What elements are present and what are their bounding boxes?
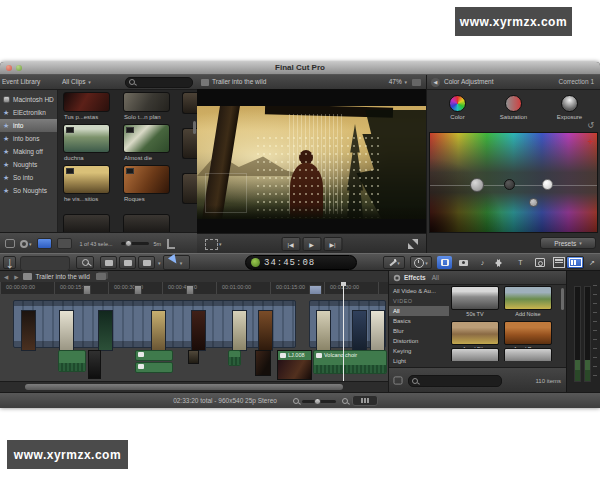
primary-storyline-continued[interactable] [309, 300, 386, 348]
audio-clip[interactable] [228, 350, 241, 366]
photos-browser-button[interactable] [456, 256, 471, 269]
browser-action-menu[interactable]: ▾ [20, 238, 32, 249]
library-item[interactable]: into bons [0, 132, 57, 145]
effects-browser-button[interactable] [437, 256, 452, 269]
themes-browser-button[interactable] [551, 256, 566, 269]
effect-thumbnail[interactable] [504, 348, 552, 361]
library-item[interactable]: So Noughts [0, 184, 57, 197]
effects-category[interactable]: All Video & Au... [389, 286, 449, 296]
clip-thumbnail[interactable] [63, 214, 110, 233]
effect-thumbnail[interactable] [451, 321, 499, 345]
color-board-tab[interactable]: Exposure [547, 91, 593, 123]
effect-item[interactable]: Add Noise [504, 286, 552, 317]
clip-item[interactable]: Tus p...estas [63, 92, 110, 120]
select-tool-button[interactable]: ▾ [163, 255, 190, 270]
filmstrip-view-button[interactable] [37, 238, 52, 249]
effects-category[interactable]: All [389, 306, 449, 316]
transitions-browser-button[interactable] [494, 256, 509, 269]
primary-storyline[interactable] [13, 300, 296, 348]
timeline-zoom-slider[interactable] [302, 400, 336, 403]
correction-menu[interactable]: Correction 1 [559, 75, 594, 89]
clip-item[interactable]: Roques [123, 165, 170, 202]
back-icon[interactable]: ◀ [431, 78, 440, 87]
zoom-out-icon[interactable] [293, 398, 299, 404]
library-item[interactable]: Making off [0, 145, 57, 158]
event-library-toggle-button[interactable] [5, 238, 15, 249]
audio-clip[interactable] [135, 350, 173, 361]
clip-item[interactable]: Solo t...n plan [123, 92, 170, 120]
clip-duration-slider[interactable] [121, 242, 149, 245]
import-button[interactable]: ↓ [3, 256, 16, 269]
clip-thumbnail[interactable] [123, 92, 170, 112]
color-board-tab[interactable]: Saturation [491, 91, 537, 123]
connected-clip-with-label[interactable]: LJ.008 [277, 350, 312, 380]
timeline-scrollbar[interactable] [0, 381, 388, 392]
gear-icon[interactable] [394, 274, 400, 280]
chevron-down-icon[interactable]: ▾ [219, 241, 222, 247]
presets-button[interactable]: Presets ▾ [540, 237, 596, 249]
viewer-zoom-menu[interactable]: 47% ▾ [389, 75, 407, 89]
effects-search-input[interactable] [408, 375, 502, 387]
effect-item[interactable]: 50s TV [451, 286, 499, 317]
clip-thumbnail[interactable] [182, 173, 197, 204]
clip-filter-menu[interactable]: All Clips ▾ [58, 75, 91, 89]
close-window-button[interactable] [6, 65, 12, 71]
effect-thumbnail[interactable] [504, 321, 552, 345]
midtones-puck[interactable] [529, 198, 538, 207]
list-view-button[interactable] [57, 238, 72, 249]
clip-thumbnail[interactable] [63, 92, 110, 112]
next-frame-button[interactable]: ▶| [323, 237, 342, 251]
effect-thumbnail[interactable] [451, 348, 499, 361]
titles-browser-button[interactable]: T [513, 256, 528, 269]
library-item[interactable]: Macintosh HD [0, 93, 57, 106]
clip-thumbnail[interactable] [63, 124, 110, 153]
effects-category[interactable]: Blur [389, 326, 449, 336]
retime-menu-button[interactable]: ▾ [410, 256, 432, 269]
color-board-tab[interactable]: Color [435, 91, 481, 123]
clip-height-icon[interactable] [167, 239, 175, 249]
zoom-in-icon[interactable] [342, 398, 348, 404]
music-browser-button[interactable]: ♪ [475, 256, 490, 269]
connected-clip[interactable] [188, 350, 199, 364]
insert-edit-button[interactable] [119, 256, 136, 269]
crop-transform-icon[interactable] [205, 239, 218, 250]
effects-category[interactable]: Light [389, 356, 449, 366]
enhancements-menu-button[interactable]: ▾ [383, 256, 405, 269]
audio-clip[interactable] [135, 362, 173, 373]
share-button[interactable]: ↗ [589, 256, 599, 269]
clip-item[interactable]: he vis...sitios [63, 165, 110, 202]
library-item[interactable]: ElEctronikn [0, 106, 57, 119]
effects-category[interactable]: Basics [389, 316, 449, 326]
library-item[interactable]: So into [0, 171, 57, 184]
chevron-down-icon[interactable]: ▾ [158, 260, 161, 266]
previous-frame-button[interactable]: |◀ [281, 237, 300, 251]
effects-filter-icon[interactable] [394, 376, 403, 384]
keyword-tool-button[interactable] [76, 256, 94, 269]
event-browser-scrollbar[interactable] [193, 121, 196, 134]
effect-thumbnail[interactable] [504, 286, 552, 310]
timeline-back-icon[interactable]: ◀ [4, 274, 8, 280]
play-button[interactable]: ▶ [302, 237, 321, 251]
generators-browser-button[interactable] [532, 256, 547, 269]
audio-clip[interactable] [58, 350, 86, 372]
effects-scrollbar[interactable] [561, 288, 564, 310]
clip-appearance-button[interactable] [352, 395, 378, 406]
slider-knob[interactable] [314, 398, 321, 405]
library-item[interactable]: into [0, 119, 57, 132]
clip-thumbnail[interactable] [63, 165, 110, 194]
clip-thumbnail[interactable] [123, 214, 170, 233]
timeline-track-area[interactable]: LJ.008 Volcano choir [0, 294, 388, 381]
timeline-history-icon[interactable] [96, 273, 106, 280]
fullscreen-icon[interactable] [408, 239, 418, 249]
connected-clip[interactable] [255, 350, 271, 376]
browser-toggle-button[interactable] [566, 256, 584, 269]
event-search-input[interactable] [125, 77, 193, 88]
clip-item[interactable]: duchna [63, 124, 110, 161]
scrollbar-thumb[interactable] [25, 384, 343, 390]
shadows-puck[interactable] [504, 179, 515, 190]
color-board[interactable]: + [429, 132, 598, 233]
effects-category[interactable]: VIDEO [389, 296, 449, 306]
master-puck[interactable] [470, 178, 484, 192]
timeline-forward-icon[interactable]: ▶ [14, 274, 18, 280]
dashboard[interactable]: 34:45:08 [245, 255, 357, 270]
